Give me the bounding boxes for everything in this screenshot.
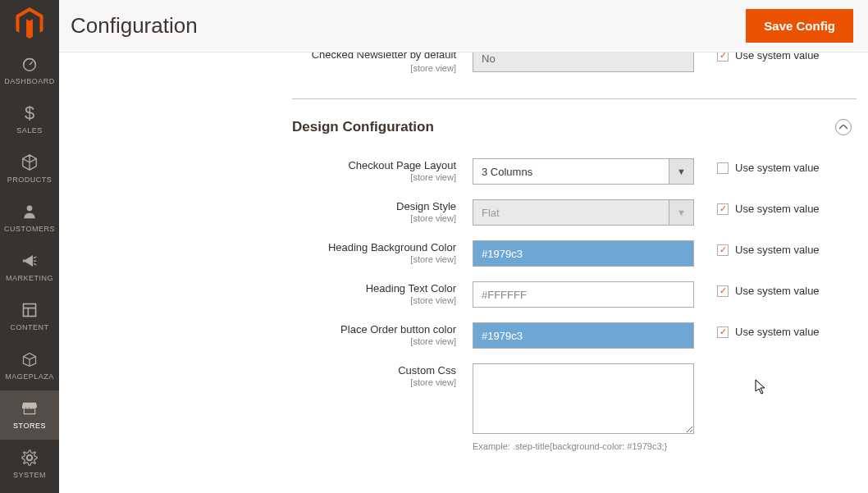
checkout-page-layout-row: Checkout Page Layout [store view] 3 Colu… [71,158,857,185]
svg-point-6 [26,406,29,409]
checkbox-icon: ✓ [717,203,729,215]
checkbox-icon: ✓ [717,285,729,297]
chevron-up-icon[interactable] [835,119,852,135]
page-title: Configuration [71,13,198,39]
nav-system[interactable]: SYSTEM [0,440,59,489]
design-style-row: Design Style [store view] Flat ▼ ✓ Use s… [71,199,857,226]
nav-marketing[interactable]: MARKETING [0,243,59,292]
field-label: Place Order button color [340,323,456,336]
dashboard-icon [20,54,39,74]
checkbox-label: Use system value [735,244,820,256]
use-system-value-checkbox[interactable]: ✓ Use system value [717,203,820,215]
section-title: Design Configuration [292,119,434,135]
magento-logo[interactable] [0,0,59,46]
nav-dashboard[interactable]: DASHBOARD [0,46,59,95]
person-icon [20,202,39,221]
select-value: Flat [473,207,669,219]
checkbox-icon: ✓ [717,244,729,256]
select-value: 3 Columns [473,166,669,178]
storefront-icon [20,399,39,418]
section-divider [292,98,857,99]
gear-icon [20,448,39,468]
scope-label: [store view] [71,63,456,73]
nav-label: MAGEPLAZA [5,372,54,381]
custom-css-hint: Example: .step-title{background-color: #… [473,441,719,451]
design-configuration-header[interactable]: Design Configuration [292,119,857,135]
nav-label: SALES [16,126,43,135]
nav-products[interactable]: PRODUCTS [0,144,59,194]
nav-stores[interactable]: STORES [0,390,59,440]
scope-label: [store view] [71,336,456,346]
nav-customers[interactable]: CUSTOMERS [0,194,59,243]
heading-text-color-input[interactable]: #FFFFFF [473,281,694,308]
input-value: #FFFFFF [482,289,527,301]
scope-label: [store view] [71,295,456,305]
input-value: #1979c3 [482,248,523,260]
cube-icon [20,153,39,172]
heading-bg-color-row: Heading Background Color [store view] #1… [71,240,857,267]
checkbox-icon [717,162,729,174]
scope-label: [store view] [71,377,456,387]
scope-label: [store view] [71,213,456,223]
nav-label: MARKETING [6,274,53,282]
heading-bg-color-input[interactable]: #1979c3 [473,240,694,267]
field-label: Heading Background Color [328,241,456,253]
megaphone-icon [20,251,39,271]
dollar-icon: $ [20,103,39,123]
field-label: Heading Text Color [366,282,456,294]
page-header: Configuration Save Config [59,0,868,52]
nav-label: DASHBOARD [4,77,55,85]
custom-css-textarea[interactable] [473,363,694,434]
chevron-down-icon: ▼ [669,200,693,225]
svg-point-9 [27,455,32,460]
nav-sales[interactable]: $ SALES [0,95,59,144]
config-main: Checked Newsletter by default [store vie… [59,52,868,493]
place-order-color-row: Place Order button color [store view] #1… [71,322,857,349]
heading-text-color-row: Heading Text Color [store view] #FFFFFF … [71,281,857,308]
scope-label: [store view] [71,172,456,182]
custom-css-row: Custom Css [store view] [71,363,857,436]
field-label: Custom Css [398,364,456,377]
chevron-down-icon: ▼ [669,159,693,184]
use-system-value-checkbox[interactable]: ✓ Use system value [717,326,820,338]
nav-label: CONTENT [11,323,49,331]
field-label: Checkout Page Layout [348,159,456,171]
layout-icon [20,300,39,320]
checkbox-label: Use system value [735,326,820,338]
place-order-color-input[interactable]: #1979c3 [473,322,694,349]
select-value: No [482,52,496,65]
design-style-select: Flat ▼ [473,199,694,226]
nav-label: PRODUCTS [7,176,53,184]
nav-content[interactable]: CONTENT [0,292,59,341]
checkbox-label: Use system value [735,162,820,174]
magento-logo-icon [16,7,43,39]
use-system-value-checkbox[interactable]: Use system value [717,162,820,174]
svg-point-7 [30,406,32,409]
box-icon [20,349,39,369]
svg-point-8 [33,406,35,409]
field-label: Design Style [396,200,456,212]
scope-label: [store view] [71,254,456,264]
checked-newsletter-row: Checked Newsletter by default [store vie… [71,52,857,85]
save-config-button[interactable]: Save Config [746,9,853,43]
svg-rect-2 [24,304,36,317]
checked-newsletter-select: No [473,52,694,72]
checkbox-icon: ✓ [717,52,729,62]
nav-label: SYSTEM [13,471,46,479]
use-system-value-checkbox[interactable]: ✓ Use system value [717,52,820,62]
svg-point-1 [27,206,33,212]
use-system-value-checkbox[interactable]: ✓ Use system value [717,285,820,297]
checkbox-label: Use system value [735,285,820,297]
nav-label: CUSTOMERS [4,225,55,233]
checked-newsletter-label: Checked Newsletter by default [312,52,456,61]
checkbox-label: Use system value [735,52,820,62]
nav-label: STORES [13,422,46,430]
admin-sidebar: DASHBOARD $ SALES PRODUCTS CUSTOMERS MAR… [0,0,59,493]
nav-mageplaza[interactable]: MAGEPLAZA [0,341,59,390]
svg-point-5 [23,406,25,409]
checkbox-label: Use system value [735,203,820,215]
checkbox-icon: ✓ [717,326,729,338]
checkout-page-layout-select[interactable]: 3 Columns ▼ [473,158,694,185]
use-system-value-checkbox[interactable]: ✓ Use system value [717,244,820,256]
input-value: #1979c3 [482,330,523,342]
